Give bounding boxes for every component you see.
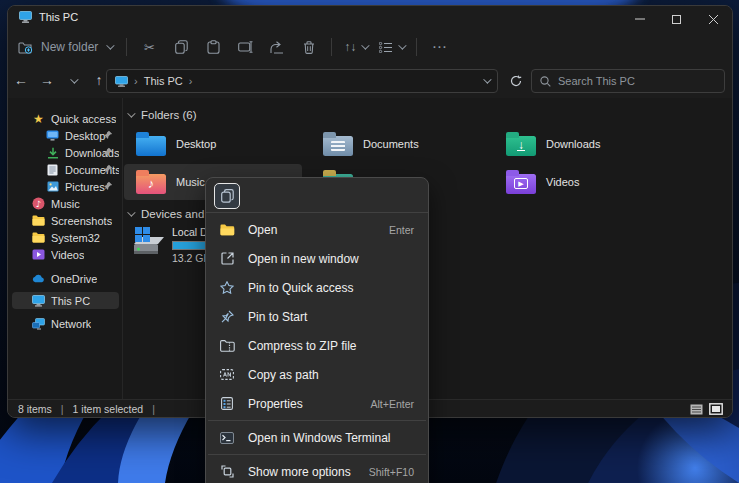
thumbnail-view-icon <box>709 403 723 415</box>
new-folder-button[interactable]: New folder <box>18 40 112 54</box>
search-input[interactable] <box>558 75 698 87</box>
menu-item-shortcut: Shift+F10 <box>369 466 414 478</box>
search-box[interactable] <box>531 69 725 93</box>
refresh-icon <box>510 75 522 87</box>
menu-item-show-more-options[interactable]: Show more options Shift+F10 <box>206 457 428 483</box>
sidebar-item-onedrive[interactable]: OneDrive <box>12 270 119 287</box>
recent-locations-button[interactable] <box>60 74 86 86</box>
videos-icon <box>32 248 45 261</box>
folder-tile-desktop[interactable]: Desktop <box>130 126 308 162</box>
new-folder-icon <box>18 41 33 54</box>
breadcrumb-separator: › <box>189 75 193 87</box>
selected-count: 1 item selected <box>73 403 144 415</box>
close-button[interactable] <box>695 6 732 32</box>
sidebar-item-videos[interactable]: Videos <box>12 246 119 263</box>
paste-button[interactable] <box>197 40 229 54</box>
sidebar-item-screenshots[interactable]: Screenshots <box>12 212 119 229</box>
minimize-button[interactable] <box>621 6 658 32</box>
videos-folder-icon: ▶ <box>506 174 536 194</box>
more-options-icon <box>219 464 235 480</box>
menu-separator <box>208 420 426 421</box>
menu-item-open-in-windows-terminal[interactable]: Open in Windows Terminal <box>206 423 428 452</box>
view-button[interactable] <box>379 42 404 53</box>
sidebar-item-system32[interactable]: System32 <box>12 229 119 246</box>
music-note-glyph: ♪ <box>148 176 155 191</box>
see-more-button[interactable]: ⋯ <box>423 38 455 56</box>
menu-item-label: Show more options <box>248 465 351 479</box>
view-toggles <box>688 402 724 416</box>
new-folder-label: New folder <box>41 40 98 54</box>
back-button[interactable]: ← <box>8 72 34 88</box>
sidebar-item-documents[interactable]: Documents <box>12 161 119 178</box>
menu-item-compress-to-zip[interactable]: Compress to ZIP file <box>206 331 428 360</box>
folder-tile-documents[interactable]: Documents <box>317 126 495 162</box>
thumbnail-view-button[interactable] <box>708 402 724 416</box>
this-pc-monitor-icon <box>115 76 128 87</box>
menu-item-label: Open <box>248 223 277 237</box>
downloads-folder-icon: ↓ <box>506 136 536 156</box>
address-bar[interactable]: › This PC › <box>106 69 498 93</box>
properties-icon <box>219 396 235 412</box>
sidebar-item-pictures[interactable]: Pictures <box>12 178 119 195</box>
forward-icon: → <box>40 72 54 88</box>
menu-item-properties[interactable]: Properties Alt+Enter <box>206 389 428 418</box>
star-outline-icon <box>219 280 235 296</box>
sidebar-item-this-pc[interactable]: This PC <box>12 292 119 309</box>
cut-button[interactable]: ✂ <box>133 40 165 55</box>
folder-tile-downloads[interactable]: ↓ Downloads <box>500 126 678 162</box>
folder-tile-label: Downloads <box>546 138 600 150</box>
sidebar-item-music[interactable]: ♪ Music <box>12 195 119 212</box>
recent-locations-chevron-icon <box>70 75 78 83</box>
desktop-folder-icon <box>136 136 166 156</box>
pin-icon <box>103 147 113 157</box>
menu-item-pin-to-start[interactable]: Pin to Start <box>206 302 428 331</box>
details-view-button[interactable] <box>688 402 704 416</box>
copy-button[interactable] <box>165 40 197 54</box>
menu-item-label: Pin to Start <box>248 310 307 324</box>
sidebar-item-label: Quick access <box>51 113 116 125</box>
rename-button[interactable] <box>229 41 261 53</box>
sidebar-item-label: Music <box>51 198 80 210</box>
desktop-icon <box>46 129 59 142</box>
close-icon <box>709 15 718 24</box>
breadcrumb-this-pc[interactable]: This PC <box>144 75 183 87</box>
sidebar-item-label: OneDrive <box>51 273 97 285</box>
folder-open-icon <box>219 222 235 238</box>
menu-item-open-in-new-window[interactable]: Open in new window <box>206 244 428 273</box>
context-menu-copy-button[interactable] <box>214 183 240 209</box>
sidebar-item-network[interactable]: Network <box>12 315 119 332</box>
folder-tile-label: Desktop <box>176 138 216 150</box>
address-dropdown-chevron-icon[interactable] <box>483 75 491 83</box>
menu-item-copy-as-path[interactable]: Copy as path <box>206 360 428 389</box>
folders-section-header[interactable]: Folders (6) <box>127 109 197 121</box>
context-menu: Open Enter Open in new window Pin to Qui… <box>205 177 429 483</box>
open-new-window-icon <box>219 251 235 267</box>
menu-item-pin-to-quick-access[interactable]: Pin to Quick access <box>206 273 428 302</box>
context-menu-command-strip <box>206 178 428 213</box>
items-count: 8 items <box>18 403 52 415</box>
forward-button[interactable]: → <box>34 72 60 88</box>
copy-icon <box>175 40 188 54</box>
share-button[interactable] <box>261 41 293 54</box>
new-folder-chevron-icon <box>107 41 115 49</box>
sidebar-item-quick-access[interactable]: ★ Quick access <box>12 110 119 127</box>
menu-item-label: Open in Windows Terminal <box>248 431 391 445</box>
refresh-button[interactable] <box>505 71 527 91</box>
folder-tile-videos[interactable]: ▶ Videos <box>500 164 678 200</box>
sort-button[interactable]: ↑↓ <box>344 40 367 54</box>
folder-tile-label: Documents <box>363 138 419 150</box>
zip-icon <box>219 338 235 354</box>
document-icon <box>46 163 59 176</box>
menu-item-open[interactable]: Open Enter <box>206 215 428 244</box>
menu-item-label: Compress to ZIP file <box>248 339 356 353</box>
sidebar-item-desktop[interactable]: Desktop <box>12 127 119 144</box>
sidebar-item-downloads[interactable]: Downloads <box>12 144 119 161</box>
download-arrow-glyph: ↓ <box>517 140 525 151</box>
monitor-icon <box>32 294 45 307</box>
maximize-button[interactable] <box>658 6 695 32</box>
delete-button[interactable] <box>293 41 325 54</box>
folder-tile-label: Music <box>176 176 205 188</box>
network-icon <box>32 317 45 330</box>
title-bar[interactable]: This PC <box>8 6 732 32</box>
svg-text:♪: ♪ <box>36 199 41 209</box>
